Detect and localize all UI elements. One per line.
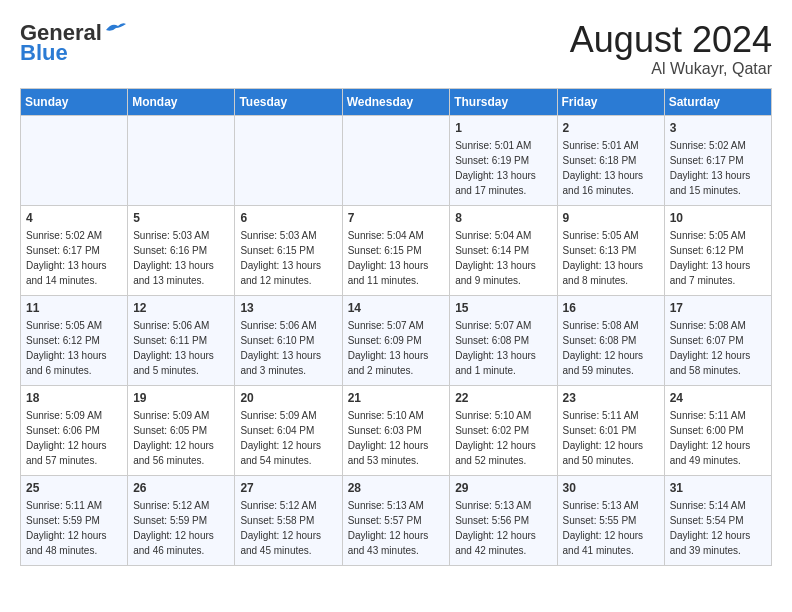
calendar-day-29: 29Sunrise: 5:13 AM Sunset: 5:56 PM Dayli… bbox=[450, 475, 557, 565]
calendar-day-22: 22Sunrise: 5:10 AM Sunset: 6:02 PM Dayli… bbox=[450, 385, 557, 475]
day-number: 14 bbox=[348, 300, 445, 317]
calendar-day-11: 11Sunrise: 5:05 AM Sunset: 6:12 PM Dayli… bbox=[21, 295, 128, 385]
day-number: 25 bbox=[26, 480, 122, 497]
day-number: 16 bbox=[563, 300, 659, 317]
weekday-header-wednesday: Wednesday bbox=[342, 88, 450, 115]
calendar-day-14: 14Sunrise: 5:07 AM Sunset: 6:09 PM Dayli… bbox=[342, 295, 450, 385]
day-info: Sunrise: 5:01 AM Sunset: 6:18 PM Dayligh… bbox=[563, 140, 644, 196]
day-info: Sunrise: 5:11 AM Sunset: 5:59 PM Dayligh… bbox=[26, 500, 107, 556]
week-row-5: 25Sunrise: 5:11 AM Sunset: 5:59 PM Dayli… bbox=[21, 475, 772, 565]
day-number: 19 bbox=[133, 390, 229, 407]
day-info: Sunrise: 5:06 AM Sunset: 6:10 PM Dayligh… bbox=[240, 320, 321, 376]
day-info: Sunrise: 5:03 AM Sunset: 6:16 PM Dayligh… bbox=[133, 230, 214, 286]
day-info: Sunrise: 5:10 AM Sunset: 6:02 PM Dayligh… bbox=[455, 410, 536, 466]
day-info: Sunrise: 5:11 AM Sunset: 6:00 PM Dayligh… bbox=[670, 410, 751, 466]
calendar-day-20: 20Sunrise: 5:09 AM Sunset: 6:04 PM Dayli… bbox=[235, 385, 342, 475]
day-info: Sunrise: 5:13 AM Sunset: 5:55 PM Dayligh… bbox=[563, 500, 644, 556]
day-info: Sunrise: 5:12 AM Sunset: 5:58 PM Dayligh… bbox=[240, 500, 321, 556]
day-info: Sunrise: 5:08 AM Sunset: 6:07 PM Dayligh… bbox=[670, 320, 751, 376]
day-number: 21 bbox=[348, 390, 445, 407]
calendar-day-19: 19Sunrise: 5:09 AM Sunset: 6:05 PM Dayli… bbox=[128, 385, 235, 475]
weekday-header-sunday: Sunday bbox=[21, 88, 128, 115]
day-info: Sunrise: 5:08 AM Sunset: 6:08 PM Dayligh… bbox=[563, 320, 644, 376]
day-number: 20 bbox=[240, 390, 336, 407]
day-info: Sunrise: 5:07 AM Sunset: 6:09 PM Dayligh… bbox=[348, 320, 429, 376]
day-number: 18 bbox=[26, 390, 122, 407]
week-row-1: 1Sunrise: 5:01 AM Sunset: 6:19 PM Daylig… bbox=[21, 115, 772, 205]
calendar-day-13: 13Sunrise: 5:06 AM Sunset: 6:10 PM Dayli… bbox=[235, 295, 342, 385]
day-number: 23 bbox=[563, 390, 659, 407]
day-info: Sunrise: 5:12 AM Sunset: 5:59 PM Dayligh… bbox=[133, 500, 214, 556]
calendar-day-26: 26Sunrise: 5:12 AM Sunset: 5:59 PM Dayli… bbox=[128, 475, 235, 565]
calendar-day-1: 1Sunrise: 5:01 AM Sunset: 6:19 PM Daylig… bbox=[450, 115, 557, 205]
calendar-day-18: 18Sunrise: 5:09 AM Sunset: 6:06 PM Dayli… bbox=[21, 385, 128, 475]
calendar-day-8: 8Sunrise: 5:04 AM Sunset: 6:14 PM Daylig… bbox=[450, 205, 557, 295]
empty-cell bbox=[21, 115, 128, 205]
weekday-header-monday: Monday bbox=[128, 88, 235, 115]
day-number: 2 bbox=[563, 120, 659, 137]
logo-bird-icon bbox=[104, 20, 126, 38]
day-info: Sunrise: 5:01 AM Sunset: 6:19 PM Dayligh… bbox=[455, 140, 536, 196]
day-info: Sunrise: 5:10 AM Sunset: 6:03 PM Dayligh… bbox=[348, 410, 429, 466]
day-number: 27 bbox=[240, 480, 336, 497]
day-info: Sunrise: 5:11 AM Sunset: 6:01 PM Dayligh… bbox=[563, 410, 644, 466]
day-info: Sunrise: 5:06 AM Sunset: 6:11 PM Dayligh… bbox=[133, 320, 214, 376]
calendar-day-6: 6Sunrise: 5:03 AM Sunset: 6:15 PM Daylig… bbox=[235, 205, 342, 295]
calendar-day-15: 15Sunrise: 5:07 AM Sunset: 6:08 PM Dayli… bbox=[450, 295, 557, 385]
day-info: Sunrise: 5:07 AM Sunset: 6:08 PM Dayligh… bbox=[455, 320, 536, 376]
location-title: Al Wukayr, Qatar bbox=[570, 60, 772, 78]
day-info: Sunrise: 5:09 AM Sunset: 6:06 PM Dayligh… bbox=[26, 410, 107, 466]
day-info: Sunrise: 5:03 AM Sunset: 6:15 PM Dayligh… bbox=[240, 230, 321, 286]
page-header: General Blue August 2024 Al Wukayr, Qata… bbox=[20, 20, 772, 78]
day-number: 5 bbox=[133, 210, 229, 227]
day-info: Sunrise: 5:04 AM Sunset: 6:15 PM Dayligh… bbox=[348, 230, 429, 286]
day-number: 8 bbox=[455, 210, 551, 227]
day-info: Sunrise: 5:04 AM Sunset: 6:14 PM Dayligh… bbox=[455, 230, 536, 286]
day-info: Sunrise: 5:14 AM Sunset: 5:54 PM Dayligh… bbox=[670, 500, 751, 556]
weekday-header-friday: Friday bbox=[557, 88, 664, 115]
calendar-day-23: 23Sunrise: 5:11 AM Sunset: 6:01 PM Dayli… bbox=[557, 385, 664, 475]
day-info: Sunrise: 5:05 AM Sunset: 6:12 PM Dayligh… bbox=[26, 320, 107, 376]
day-number: 11 bbox=[26, 300, 122, 317]
weekday-header-tuesday: Tuesday bbox=[235, 88, 342, 115]
day-number: 3 bbox=[670, 120, 766, 137]
day-number: 7 bbox=[348, 210, 445, 227]
month-title: August 2024 bbox=[570, 20, 772, 60]
logo: General Blue bbox=[20, 20, 126, 66]
day-info: Sunrise: 5:02 AM Sunset: 6:17 PM Dayligh… bbox=[670, 140, 751, 196]
weekday-header-row: SundayMondayTuesdayWednesdayThursdayFrid… bbox=[21, 88, 772, 115]
day-info: Sunrise: 5:13 AM Sunset: 5:57 PM Dayligh… bbox=[348, 500, 429, 556]
calendar-day-17: 17Sunrise: 5:08 AM Sunset: 6:07 PM Dayli… bbox=[664, 295, 771, 385]
empty-cell bbox=[235, 115, 342, 205]
day-number: 10 bbox=[670, 210, 766, 227]
calendar-day-16: 16Sunrise: 5:08 AM Sunset: 6:08 PM Dayli… bbox=[557, 295, 664, 385]
calendar-day-28: 28Sunrise: 5:13 AM Sunset: 5:57 PM Dayli… bbox=[342, 475, 450, 565]
day-number: 13 bbox=[240, 300, 336, 317]
day-number: 4 bbox=[26, 210, 122, 227]
day-number: 28 bbox=[348, 480, 445, 497]
empty-cell bbox=[128, 115, 235, 205]
weekday-header-saturday: Saturday bbox=[664, 88, 771, 115]
day-info: Sunrise: 5:05 AM Sunset: 6:13 PM Dayligh… bbox=[563, 230, 644, 286]
calendar-day-12: 12Sunrise: 5:06 AM Sunset: 6:11 PM Dayli… bbox=[128, 295, 235, 385]
calendar-table: SundayMondayTuesdayWednesdayThursdayFrid… bbox=[20, 88, 772, 566]
calendar-day-21: 21Sunrise: 5:10 AM Sunset: 6:03 PM Dayli… bbox=[342, 385, 450, 475]
logo-blue: Blue bbox=[20, 40, 68, 66]
week-row-3: 11Sunrise: 5:05 AM Sunset: 6:12 PM Dayli… bbox=[21, 295, 772, 385]
day-info: Sunrise: 5:02 AM Sunset: 6:17 PM Dayligh… bbox=[26, 230, 107, 286]
calendar-day-7: 7Sunrise: 5:04 AM Sunset: 6:15 PM Daylig… bbox=[342, 205, 450, 295]
day-number: 15 bbox=[455, 300, 551, 317]
day-info: Sunrise: 5:09 AM Sunset: 6:05 PM Dayligh… bbox=[133, 410, 214, 466]
calendar-day-9: 9Sunrise: 5:05 AM Sunset: 6:13 PM Daylig… bbox=[557, 205, 664, 295]
weekday-header-thursday: Thursday bbox=[450, 88, 557, 115]
day-number: 6 bbox=[240, 210, 336, 227]
day-number: 9 bbox=[563, 210, 659, 227]
calendar-day-5: 5Sunrise: 5:03 AM Sunset: 6:16 PM Daylig… bbox=[128, 205, 235, 295]
day-info: Sunrise: 5:05 AM Sunset: 6:12 PM Dayligh… bbox=[670, 230, 751, 286]
calendar-day-30: 30Sunrise: 5:13 AM Sunset: 5:55 PM Dayli… bbox=[557, 475, 664, 565]
day-number: 24 bbox=[670, 390, 766, 407]
day-number: 12 bbox=[133, 300, 229, 317]
day-number: 30 bbox=[563, 480, 659, 497]
calendar-day-25: 25Sunrise: 5:11 AM Sunset: 5:59 PM Dayli… bbox=[21, 475, 128, 565]
day-number: 26 bbox=[133, 480, 229, 497]
